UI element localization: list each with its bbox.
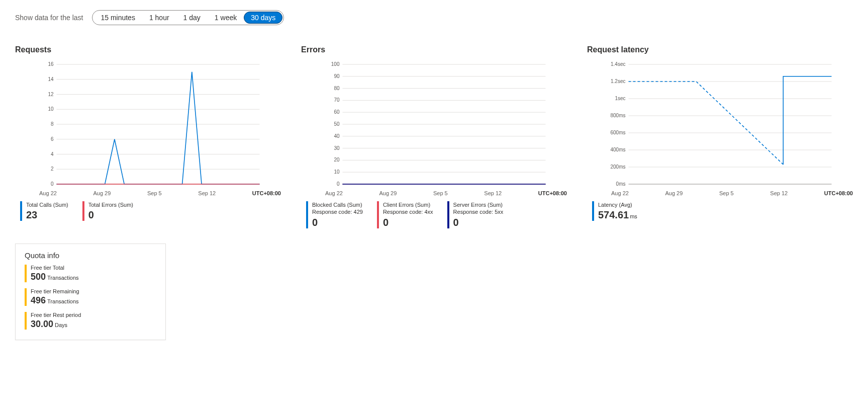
svg-text:600ms: 600ms <box>610 130 625 135</box>
time-range-option-1day[interactable]: 1 day <box>176 12 208 24</box>
svg-text:40: 40 <box>334 133 340 139</box>
svg-text:1sec: 1sec <box>615 96 625 101</box>
quota-item-label: Free tier Total <box>31 265 79 271</box>
svg-text:0: 0 <box>51 181 54 187</box>
legend-latency-avg[interactable]: Latency (Avg) 574.61ms <box>592 201 637 221</box>
legend-value: 0 <box>88 209 133 221</box>
svg-text:400ms: 400ms <box>610 147 625 152</box>
svg-text:60: 60 <box>334 109 340 115</box>
legend-sublabel: Response code: 429 <box>312 208 363 215</box>
legend-color-bar <box>82 201 84 221</box>
legend-client-errors[interactable]: Client Errors (Sum) Response code: 4xx 0 <box>377 201 433 228</box>
svg-text:6: 6 <box>51 136 54 142</box>
svg-text:0ms: 0ms <box>616 181 626 187</box>
svg-text:80: 80 <box>334 86 340 91</box>
legend-total-calls[interactable]: Total Calls (Sum) 23 <box>20 201 68 221</box>
legend-label: Client Errors (Sum) <box>383 201 433 208</box>
time-range-option-30days[interactable]: 30 days <box>244 12 282 24</box>
xaxis-tick: Aug 22 <box>325 190 343 196</box>
xaxis-tick: Sep 5 <box>433 190 448 196</box>
quota-free-tier-total: Free tier Total 500Transactions <box>25 265 156 282</box>
chart-errors-legend: Blocked Calls (Sum) Response code: 429 0… <box>301 201 567 228</box>
legend-sublabel: Response code: 4xx <box>383 208 433 215</box>
xaxis-tick: Sep 5 <box>719 190 734 196</box>
svg-text:10: 10 <box>334 169 340 175</box>
svg-text:30: 30 <box>334 145 340 151</box>
chart-latency: Request latency 0ms200ms400ms600ms800ms1… <box>587 45 853 228</box>
chart-errors-xaxis: Aug 22 Aug 29 Sep 5 Sep 12 UTC+08:00 <box>301 190 567 196</box>
chart-timezone: UTC+08:00 <box>538 190 567 196</box>
svg-text:14: 14 <box>48 76 54 82</box>
svg-text:90: 90 <box>334 73 340 79</box>
legend-color-bar <box>20 201 22 221</box>
time-range-option-1week[interactable]: 1 week <box>208 12 244 24</box>
chart-latency-xaxis: Aug 22 Aug 29 Sep 5 Sep 12 UTC+08:00 <box>587 190 853 196</box>
chart-requests-plot[interactable]: 0246810121416 <box>15 61 281 187</box>
svg-text:200ms: 200ms <box>610 164 625 170</box>
svg-text:800ms: 800ms <box>610 113 625 118</box>
svg-text:1.2sec: 1.2sec <box>611 78 625 84</box>
chart-errors-plot[interactable]: 0102030405060708090100 <box>301 61 567 187</box>
time-range-pill-group: 15 minutes 1 hour 1 day 1 week 30 days <box>92 10 284 25</box>
legend-value: 0 <box>312 217 363 228</box>
chart-errors: Errors 0102030405060708090100 Aug 22 Aug… <box>301 45 567 228</box>
legend-label: Latency (Avg) <box>598 201 637 208</box>
legend-color-bar <box>447 201 449 228</box>
xaxis-tick: Aug 22 <box>611 190 629 196</box>
chart-requests: Requests 0246810121416 Aug 22 Aug 29 Sep… <box>15 45 281 228</box>
legend-color-bar <box>592 201 594 221</box>
chart-requests-xaxis: Aug 22 Aug 29 Sep 5 Sep 12 UTC+08:00 <box>15 190 281 196</box>
xaxis-tick: Sep 12 <box>198 190 216 196</box>
quota-color-bar <box>25 265 27 282</box>
quota-title: Quota info <box>25 251 156 260</box>
svg-text:50: 50 <box>334 121 340 127</box>
svg-text:2: 2 <box>51 166 54 172</box>
quota-color-bar <box>25 312 27 330</box>
quota-item-value: 30.00Days <box>31 319 81 330</box>
legend-total-errors[interactable]: Total Errors (Sum) 0 <box>82 201 133 221</box>
chart-timezone: UTC+08:00 <box>824 190 853 196</box>
xaxis-tick: Aug 29 <box>665 190 683 196</box>
chart-requests-title: Requests <box>15 45 281 54</box>
legend-server-errors[interactable]: Server Errors (Sum) Response code: 5xx 0 <box>447 201 504 228</box>
quota-item-label: Free tier Rest period <box>31 312 81 318</box>
quota-item-label: Free tier Remaining <box>31 288 79 294</box>
quota-item-value: 500Transactions <box>31 272 79 282</box>
legend-sublabel: Response code: 5xx <box>453 208 504 215</box>
quota-info-card: Quota info Free tier Total 500Transactio… <box>15 244 166 340</box>
chart-errors-title: Errors <box>301 45 567 54</box>
legend-label: Total Calls (Sum) <box>26 201 68 208</box>
legend-value: 0 <box>383 217 433 228</box>
quota-color-bar <box>25 288 27 306</box>
time-range-selector: Show data for the last 15 minutes 1 hour… <box>15 10 853 25</box>
legend-value: 23 <box>26 209 68 221</box>
svg-text:100: 100 <box>331 61 340 67</box>
chart-latency-plot[interactable]: 0ms200ms400ms600ms800ms1sec1.2sec1.4sec <box>587 61 853 187</box>
time-range-label: Show data for the last <box>15 14 83 22</box>
svg-text:16: 16 <box>48 61 54 67</box>
legend-label: Total Errors (Sum) <box>88 201 133 208</box>
legend-value: 574.61ms <box>598 209 637 221</box>
legend-color-bar <box>306 201 308 228</box>
chart-latency-title: Request latency <box>587 45 853 54</box>
svg-text:20: 20 <box>334 157 340 163</box>
xaxis-tick: Sep 12 <box>484 190 502 196</box>
svg-text:4: 4 <box>51 151 54 157</box>
chart-latency-legend: Latency (Avg) 574.61ms <box>587 201 853 221</box>
xaxis-tick: Aug 22 <box>39 190 57 196</box>
charts-row: Requests 0246810121416 Aug 22 Aug 29 Sep… <box>15 45 853 228</box>
chart-timezone: UTC+08:00 <box>252 190 281 196</box>
legend-label: Blocked Calls (Sum) <box>312 201 363 208</box>
quota-item-value: 496Transactions <box>31 295 79 306</box>
legend-blocked-calls[interactable]: Blocked Calls (Sum) Response code: 429 0 <box>306 201 363 228</box>
chart-requests-legend: Total Calls (Sum) 23 Total Errors (Sum) … <box>15 201 281 221</box>
time-range-option-1hour[interactable]: 1 hour <box>142 12 176 24</box>
svg-text:1.4sec: 1.4sec <box>611 61 625 67</box>
legend-color-bar <box>377 201 379 228</box>
legend-value: 0 <box>453 217 504 228</box>
legend-label: Server Errors (Sum) <box>453 201 504 208</box>
xaxis-tick: Sep 12 <box>770 190 788 196</box>
quota-free-tier-remaining: Free tier Remaining 496Transactions <box>25 288 156 306</box>
time-range-option-15min[interactable]: 15 minutes <box>93 12 142 24</box>
xaxis-tick: Sep 5 <box>147 190 162 196</box>
